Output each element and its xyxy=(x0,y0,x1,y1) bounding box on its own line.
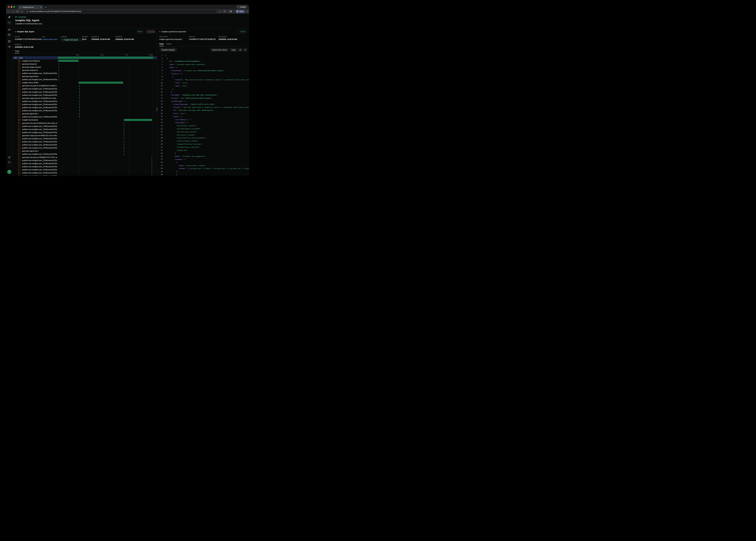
trace-row[interactable]: >_generate-output-part-id-58d1b116-c53c-… xyxy=(13,134,157,137)
back-icon[interactable]: ← xyxy=(8,10,10,13)
copy-button[interactable]: Copy xyxy=(230,48,237,52)
trace-row[interactable]: >_publish:user:insights:user_2VH6zowmhZC… xyxy=(13,143,157,146)
trace-row[interactable]: >_publish:user:insights:user_2VH6zowmhZC… xyxy=(13,115,157,118)
trace-row[interactable]: >_publish:user:insights:user_2VH6zowmhZC… xyxy=(13,125,157,128)
step-tick-bar[interactable] xyxy=(124,134,124,137)
function-payload-pill[interactable]: Function Payload xyxy=(159,48,177,52)
trace-row[interactable]: >_publish:user:insights:user_2VH6zowmhZC… xyxy=(13,87,157,90)
step-tick-bar[interactable] xyxy=(79,100,80,102)
trace-row[interactable]: Insights Event Matcher xyxy=(13,59,157,62)
trace-row[interactable]: >_publish:user:insights:user_2VH6zowmhZC… xyxy=(13,106,157,109)
step-tick-bar[interactable] xyxy=(124,150,124,152)
step-tick-bar[interactable] xyxy=(124,141,124,143)
trace-row[interactable]: >_publish:user:insights:user_2VH6zowmhZC… xyxy=(13,159,157,162)
step-tick-bar[interactable] xyxy=(79,116,80,118)
trace-row[interactable]: >_publish:user:insights:user_2VH6zowmhZC… xyxy=(13,168,157,171)
browser-tab[interactable]: Inngest Server ✕ xyxy=(18,5,43,9)
rerun-button[interactable]: Rerun xyxy=(136,30,144,33)
trace-row[interactable]: >_publish:user:insights:user_2VH6zowmhZC… xyxy=(13,78,157,81)
step-tick-bar[interactable] xyxy=(152,172,152,174)
step-tick-bar[interactable] xyxy=(124,128,124,130)
step-tick-bar[interactable] xyxy=(152,169,152,171)
step-tick-bar[interactable] xyxy=(124,125,124,127)
trace-row[interactable]: >_generate-tool-part-id-58d1b116-c53c-4e… xyxy=(13,122,157,125)
step-tick-bar[interactable] xyxy=(59,79,59,81)
trace-row[interactable]: Insights Summarizer xyxy=(13,118,157,122)
trace-row[interactable]: >_publish:user:insights:user_2VH6zowmhZC… xyxy=(13,171,157,174)
close-window-button[interactable] xyxy=(8,6,10,8)
reload-icon[interactable]: ↻ xyxy=(16,10,19,13)
step-tick-bar[interactable] xyxy=(59,72,59,74)
step-tick-bar[interactable] xyxy=(124,144,124,146)
step-tick-bar[interactable] xyxy=(152,159,152,161)
trace-row[interactable]: >_publish:user:insights:user_2VH6zowmhZC… xyxy=(13,137,157,140)
step-tick-bar[interactable] xyxy=(152,175,152,176)
minimize-window-button[interactable] xyxy=(11,6,12,8)
trace-row[interactable]: >_publish:user:insights:user_2VH6zowmhZC… xyxy=(13,109,157,112)
trace-row[interactable]: >_generate-agent-ids-0 xyxy=(13,75,157,78)
trace-row[interactable]: >_publish:user:insights:user_2VH6zowmhZC… xyxy=(13,128,157,131)
step-tick-bar[interactable] xyxy=(59,66,59,68)
trace-row[interactable]: >_generate-thread-id xyxy=(13,62,157,66)
trace-row[interactable]: 39▾Run xyxy=(13,56,157,59)
step-tick-bar[interactable] xyxy=(79,113,80,115)
payload-json-editor[interactable]: 1[2 {3 "id": "01KHRMF63Y7AHK7EKFQGN8RTDE… xyxy=(157,53,249,176)
tab-close-icon[interactable]: ✕ xyxy=(40,6,42,8)
span-bar[interactable] xyxy=(59,60,79,62)
trace-row[interactable]: >_publish:user:insights:user_2VH6zowmhZC… xyxy=(13,162,157,165)
browser-menu-icon[interactable] xyxy=(247,10,248,13)
app-switcher-badge[interactable]: DV xyxy=(7,21,11,24)
step-tick-bar[interactable] xyxy=(152,156,152,158)
step-tick-bar[interactable] xyxy=(124,122,124,124)
expand-icon[interactable] xyxy=(243,48,247,52)
trace-row[interactable]: >_publish:user:insights:user_2VH6zowmhZC… xyxy=(13,94,157,97)
trace-row[interactable]: >_generate-agent-ids-2 xyxy=(13,150,157,153)
functions-nav-icon[interactable] xyxy=(8,46,11,48)
trace-row[interactable]: >_publish:user:insights:user_2VH6zowmhZC… xyxy=(13,90,157,94)
step-tick-bar[interactable] xyxy=(59,63,59,65)
step-tick-bar[interactable] xyxy=(79,85,80,87)
step-tick-bar[interactable] xyxy=(79,103,80,105)
trace-row[interactable]: >_publish:user:insights:user_2VH6zowmhZC… xyxy=(13,146,157,150)
step-tick-bar[interactable] xyxy=(79,110,80,112)
trace-row[interactable]: >_publish:user:insights:user_2VH6zowmhZC… xyxy=(13,140,157,143)
chevron-down-icon[interactable]: ▾ xyxy=(159,31,160,33)
apps-nav-icon[interactable] xyxy=(8,40,11,43)
tab-search-icon[interactable] xyxy=(230,10,232,13)
trace-row[interactable]: >_publish:user:insights:user_2VH6zowmhZC… xyxy=(13,165,157,168)
url-bar[interactable]: i localhost:8288/run?runID=01KHRMF677RJP… xyxy=(25,10,217,13)
trace-row[interactable]: >_publish:user:insights:user_2VH6zowmhZC… xyxy=(13,175,157,176)
events-search-nav-icon[interactable] xyxy=(8,34,11,36)
trace-row[interactable]: >_generate-agent-ids-1 xyxy=(13,112,157,115)
trace-row[interactable]: >_generate-tool-part-id-4c4de9f0-6e7a-4d… xyxy=(13,84,157,87)
step-tick-bar[interactable] xyxy=(79,94,80,96)
word-wrap-icon[interactable] xyxy=(238,48,242,52)
extensions-icon[interactable] xyxy=(223,10,226,13)
profile-chip[interactable]: Work xyxy=(236,10,245,13)
trace-row[interactable]: >_generate-target-channel xyxy=(13,66,157,69)
step-tick-bar[interactable] xyxy=(79,97,80,99)
step-tick-bar[interactable] xyxy=(124,147,124,149)
span-bar[interactable] xyxy=(79,82,123,84)
cancel-button[interactable]: Cancel xyxy=(146,30,155,33)
trace-row[interactable]: >_generate-text-part-id-105bf925-5722-43… xyxy=(13,156,157,159)
span-bar[interactable] xyxy=(58,57,153,59)
trace-row[interactable]: >_publish:user:insights:user_2VH6zowmhZC… xyxy=(13,153,157,156)
tab-output[interactable]: Output xyxy=(166,43,171,46)
step-tick-bar[interactable] xyxy=(59,75,59,78)
trace-row[interactable]: >_publish:user:insights:user_2VH6zowmhZC… xyxy=(13,100,157,103)
share-icon[interactable] xyxy=(8,156,10,159)
bookmark-star-icon[interactable]: ☆ xyxy=(219,10,222,13)
runs-nav-icon[interactable] xyxy=(8,29,11,31)
tab-trace[interactable]: Trace xyxy=(15,50,19,53)
maximize-window-button[interactable] xyxy=(13,6,15,8)
help-icon[interactable]: ? xyxy=(8,161,11,164)
step-tick-bar[interactable] xyxy=(59,69,59,71)
chevron-down-icon[interactable]: ▾ xyxy=(15,31,16,33)
new-tab-button[interactable]: + xyxy=(45,6,46,8)
invoke-button[interactable]: Invoke xyxy=(239,30,247,33)
dev-mode-button[interactable]: </> xyxy=(7,170,11,174)
trace-row[interactable]: Insights Query Writer xyxy=(13,81,157,84)
step-tick-bar[interactable] xyxy=(124,138,124,140)
trace-row[interactable]: >_publish:user:insights:user_2VH6zowmhZC… xyxy=(13,131,157,134)
